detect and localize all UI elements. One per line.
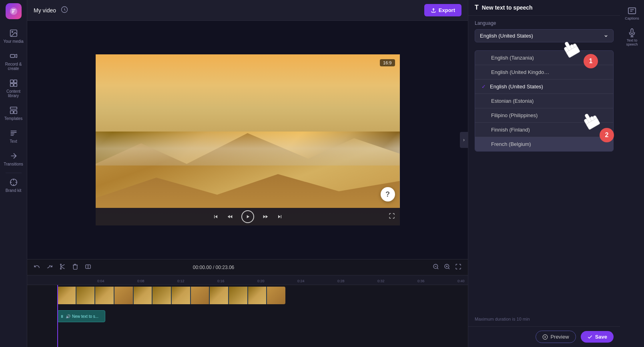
- video-thumb-3: [95, 287, 114, 304]
- sidebar-item-templates[interactable]: Templates: [2, 103, 26, 124]
- language-option-english-uk[interactable]: English (United Kingdo…: [475, 65, 613, 80]
- language-option-label-1: English (United Kingdo…: [491, 69, 549, 75]
- sidebar-item-text[interactable]: Text: [2, 126, 26, 147]
- timeline-area: 00:00.00 / 00:23.06: [27, 259, 468, 347]
- play-pause-button[interactable]: [241, 210, 254, 223]
- svg-rect-2: [10, 54, 14, 57]
- language-option-english-us[interactable]: English (United States): [475, 80, 613, 94]
- svg-rect-6: [14, 84, 16, 86]
- tts-main-panel: T New text to speech Language English (U…: [468, 0, 620, 347]
- sidebar-item-your-media[interactable]: Your media: [2, 26, 26, 47]
- video-thumb-2: [76, 287, 95, 304]
- video-thumb-9: [210, 287, 228, 304]
- language-dropdown-list: English (Tanzania) English (United Kingd…: [475, 50, 614, 152]
- video-scene: [96, 54, 400, 225]
- language-option-estonian[interactable]: Estonian (Estonia): [475, 94, 613, 108]
- save-button[interactable]: Save: [581, 331, 614, 343]
- main-area: My video Export 16:9 ?: [27, 0, 468, 347]
- video-track-content: [57, 287, 468, 304]
- language-option-english-tanzania[interactable]: English (Tanzania): [475, 51, 613, 65]
- total-time: 00:23.06: [216, 265, 235, 270]
- panel-spacer: [468, 152, 620, 312]
- video-thumb-10: [229, 287, 247, 304]
- tts-side-label: Text to speech: [622, 38, 642, 46]
- video-thumb-6: [152, 287, 171, 304]
- save-label: Save: [595, 334, 607, 340]
- sidebar-item-transitions[interactable]: Transitions: [2, 148, 26, 170]
- captions-side-button[interactable]: Captions: [621, 3, 643, 24]
- rewind-button[interactable]: [227, 213, 233, 220]
- video-frame: 16:9 ?: [96, 54, 400, 225]
- svg-point-12: [60, 264, 62, 265]
- sky-layer: [96, 54, 400, 132]
- sidebar-item-record-create[interactable]: Record & create: [2, 48, 26, 74]
- svg-rect-9: [14, 111, 16, 114]
- zoom-controls: [431, 262, 463, 273]
- video-track-row: [27, 285, 468, 306]
- fullscreen-button[interactable]: [389, 213, 395, 221]
- zoom-in-button[interactable]: [442, 262, 452, 273]
- tts-track-clip[interactable]: ⏸ 🔊 New text to s...: [57, 310, 105, 322]
- svg-rect-4: [14, 80, 16, 83]
- video-thumb-1: [57, 287, 76, 304]
- fast-forward-button[interactable]: [262, 213, 269, 220]
- zoom-out-button[interactable]: [431, 262, 441, 273]
- time-separator: /: [213, 265, 216, 270]
- fit-timeline-button[interactable]: [453, 262, 463, 273]
- save-status-icon: [61, 6, 68, 15]
- ruler-mark-4: 0:04: [97, 279, 104, 283]
- cut-button[interactable]: [58, 262, 67, 273]
- svg-line-22: [448, 268, 449, 269]
- panel-collapse-button[interactable]: ›: [460, 132, 468, 148]
- max-duration-label: Maximum duration is 10 min: [468, 312, 620, 326]
- redo-button[interactable]: [45, 262, 54, 273]
- aspect-ratio-badge: 16:9: [380, 59, 395, 66]
- tts-side-button[interactable]: Text to speech: [621, 25, 643, 50]
- sidebar-item-content-library[interactable]: Content library: [2, 76, 26, 101]
- panel-actions: Preview Save: [468, 326, 620, 347]
- timeline-playhead: [57, 285, 58, 347]
- video-controls-bar: [96, 208, 400, 225]
- captions-side-label: Captions: [625, 16, 639, 20]
- video-thumb-5: [134, 287, 152, 304]
- video-track-clip[interactable]: [57, 287, 285, 304]
- sidebar-item-brand-kit[interactable]: Brand kit: [2, 175, 26, 196]
- timeline-ruler: 0:04 0:08 0:12 0:16 0:20 0:24 0:28 0:32 …: [27, 275, 468, 285]
- export-button[interactable]: Export: [424, 4, 461, 16]
- undo-button[interactable]: [32, 262, 42, 273]
- ruler-mark-32: 0:32: [377, 279, 385, 283]
- video-thumb-7: [172, 287, 190, 304]
- language-select-box[interactable]: English (United States): [475, 29, 614, 42]
- language-option-finnish[interactable]: Finnish (Finland): [475, 123, 613, 137]
- language-option-label-2: English (United States): [490, 84, 543, 90]
- preview-label: Preview: [550, 334, 569, 340]
- svg-rect-5: [10, 84, 13, 86]
- timeline-tracks: ⏸ 🔊 New text to s...: [27, 285, 468, 347]
- language-option-french-belgium[interactable]: French (Belgium): [475, 137, 613, 151]
- language-label: Language: [475, 20, 614, 26]
- skip-back-button[interactable]: [213, 213, 219, 220]
- tts-speaker-icon: 🔊: [66, 314, 70, 319]
- svg-rect-36: [628, 8, 636, 14]
- current-time: 00:00.00: [193, 265, 212, 270]
- ruler-mark-40: 0:40: [457, 279, 465, 283]
- language-option-filipino[interactable]: Filipino (Philippines): [475, 108, 613, 123]
- skip-forward-button[interactable]: [277, 213, 283, 220]
- video-title: My video: [34, 7, 56, 14]
- preview-button[interactable]: Preview: [536, 331, 576, 343]
- help-button[interactable]: ?: [381, 187, 395, 201]
- delete-button[interactable]: [70, 262, 80, 273]
- app-logo[interactable]: [6, 3, 22, 19]
- sidebar-label-transitions: Transitions: [4, 162, 23, 166]
- language-option-label-6: French (Belgium): [491, 141, 531, 147]
- language-option-label-0: English (Tanzania): [491, 55, 534, 61]
- svg-rect-3: [10, 80, 13, 83]
- sidebar-label-brand-kit: Brand kit: [6, 188, 21, 193]
- split-button[interactable]: [83, 262, 93, 273]
- svg-point-11: [60, 268, 62, 269]
- sidebar-divider: [6, 173, 22, 173]
- sidebar-label-your-media: Your media: [3, 39, 23, 44]
- svg-rect-8: [10, 111, 13, 114]
- language-option-label-3: Estonian (Estonia): [491, 98, 534, 104]
- svg-line-19: [437, 268, 438, 269]
